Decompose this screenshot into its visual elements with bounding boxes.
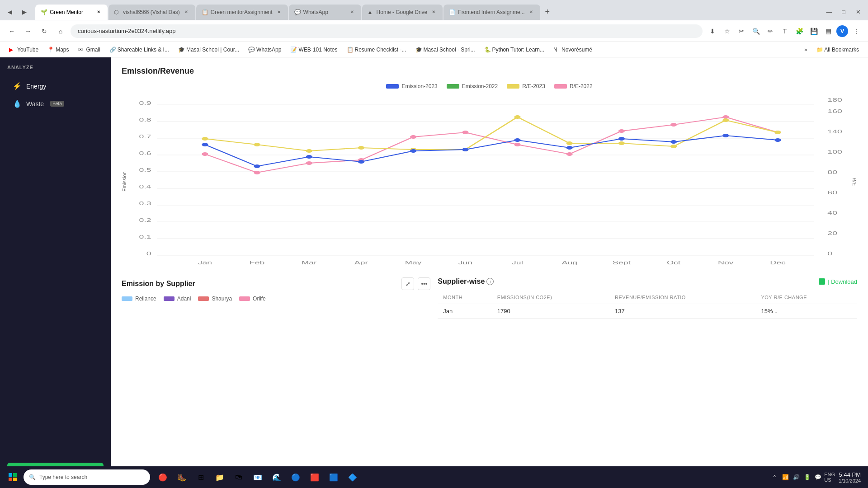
tray-network[interactable]: 📶 <box>781 473 790 482</box>
svg-point-65 <box>202 143 208 146</box>
svg-point-66 <box>254 164 260 168</box>
svg-rect-77 <box>9 473 12 477</box>
sidebar-item-energy[interactable]: ⚡ Energy <box>7 77 104 95</box>
svg-point-41 <box>202 152 208 156</box>
row-change: 15% ↓ <box>755 304 857 319</box>
tab-favicon-5: ▲ <box>368 9 374 15</box>
back-button[interactable]: ← <box>5 25 18 38</box>
bookmark-whatsapp[interactable]: 💬 WhatsApp <box>245 46 285 54</box>
new-tab-button[interactable]: + <box>541 6 554 19</box>
svg-point-63 <box>722 118 729 122</box>
tab-green-assignment[interactable]: 📋 Green mentorAssignment ✕ <box>196 5 288 20</box>
tab-close-2[interactable]: ✕ <box>183 9 190 16</box>
svg-text:60: 60 <box>827 190 837 195</box>
svg-text:May: May <box>405 260 422 265</box>
bookmark-all[interactable]: 📁 All Bookmarks <box>813 46 863 54</box>
clock-time: 5:44 PM <box>839 471 861 478</box>
extensions-icon[interactable]: 🧩 <box>793 25 806 38</box>
taskbar-app-search[interactable]: 🔴 <box>154 468 172 486</box>
bookmark-star-icon[interactable]: ☆ <box>721 25 733 38</box>
home-button[interactable]: ⌂ <box>54 25 67 38</box>
maximize-btn[interactable]: □ <box>837 6 850 19</box>
download-button[interactable]: | Download <box>819 278 857 285</box>
taskbar-app-files[interactable]: 📁 <box>211 468 229 486</box>
tab-close-4[interactable]: ✕ <box>349 9 356 16</box>
tab-whatsapp[interactable]: 💬 WhatsApp ✕ <box>289 5 361 20</box>
taskbar-app-teams[interactable]: 🟦 <box>325 468 343 486</box>
bookmark-resume-checklist[interactable]: 📋 Resume Checklist -... <box>343 46 410 54</box>
taskbar-app-task[interactable]: ⊞ <box>192 468 210 486</box>
tray-volume[interactable]: 🔊 <box>792 473 801 482</box>
legend-emission2022: Emission-2022 <box>447 83 498 89</box>
tab-close-1[interactable]: ✕ <box>95 9 102 16</box>
forward-button[interactable]: → <box>22 25 34 38</box>
legend-re2023: R/E-2023 <box>507 83 545 89</box>
svg-point-69 <box>410 149 416 153</box>
tab-green-mentor[interactable]: 🌱 Green Mentor ✕ <box>35 5 108 20</box>
tray-chevron[interactable]: ^ <box>770 473 779 482</box>
tab-favicon-2: ⬡ <box>114 9 120 15</box>
tray-battery[interactable]: 🔋 <box>802 473 811 482</box>
tab-label-6: Frontend Intern Assignme... <box>458 9 524 15</box>
svg-point-60 <box>566 141 573 145</box>
profile-button[interactable]: V <box>836 25 848 37</box>
taskbar-app-ms[interactable]: 🟥 <box>306 468 324 486</box>
bookmark-maps[interactable]: 📍 Maps <box>44 46 72 54</box>
bookmarks-more-button[interactable]: » <box>801 46 811 54</box>
text-icon[interactable]: T <box>778 25 791 38</box>
taskbar-app-store[interactable]: 🛍 <box>230 468 248 486</box>
bookmark-masai-spri[interactable]: 🎓 Masai School - Spri... <box>412 46 479 54</box>
taskbar: 🔍 Type here to search 🔴 🥾 ⊞ 📁 🛍 📧 🌊 🔵 🟥 … <box>0 466 868 488</box>
masai2-favicon: 🎓 <box>415 47 422 53</box>
tab-label-2: vishal6566 (Vishal Das) <box>123 9 180 15</box>
svg-text:0.5: 0.5 <box>139 167 151 173</box>
menu-icon[interactable]: ⋮ <box>850 25 863 38</box>
sidebar-item-waste[interactable]: 💧 Waste Beta <box>7 95 104 113</box>
tab-close-3[interactable]: ✕ <box>275 9 283 16</box>
lens-icon[interactable]: 🔍 <box>750 25 762 38</box>
emission-supplier-title: Emission by Supplier <box>122 280 195 288</box>
svg-text:140: 140 <box>827 129 842 134</box>
taskbar-app-edge[interactable]: 🌊 <box>268 468 286 486</box>
tab-close-6[interactable]: ✕ <box>528 9 535 16</box>
legend-re2022: R/E-2022 <box>554 83 593 89</box>
legend-label-emission2023: Emission-2023 <box>401 83 437 89</box>
start-button[interactable] <box>4 468 22 486</box>
row-emissions: 1790 <box>492 304 609 319</box>
taskbar-app-chrome[interactable]: 🔵 <box>287 468 305 486</box>
sidebar-toggle-icon[interactable]: ▤ <box>822 25 835 38</box>
address-bar[interactable] <box>71 24 703 38</box>
tab-frontend[interactable]: 📄 Frontend Intern Assignme... ✕ <box>443 5 540 20</box>
shaurya-color <box>198 296 209 301</box>
highlight-icon[interactable]: ✏ <box>764 25 777 38</box>
screenshot-icon[interactable]: ✂ <box>735 25 748 38</box>
close-btn[interactable]: ✕ <box>852 6 864 19</box>
bookmark-resume-label: Resume Checklist -... <box>355 47 406 53</box>
taskbar-app-boots[interactable]: 🥾 <box>173 468 191 486</box>
bookmark-gmail[interactable]: ✉ Gmail <box>75 46 104 54</box>
reload-button[interactable]: ↻ <box>38 25 51 38</box>
table-row: Jan 1790 137 15% ↓ <box>438 304 857 319</box>
tab-vishal[interactable]: ⬡ vishal6566 (Vishal Das) ✕ <box>108 5 195 20</box>
bookmark-web101-label: WEB-101 Notes <box>298 47 337 53</box>
info-icon[interactable]: i <box>486 278 494 285</box>
chart-svg: 0 0.1 0.2 0.3 0.4 0.5 0.6 0.7 0.8 0.9 <box>129 95 850 267</box>
minimize-btn[interactable]: — <box>823 6 835 19</box>
tab-google-drive[interactable]: ▲ Home - Google Drive ✕ <box>362 5 443 20</box>
bookmark-masai[interactable]: 🎓 Masai School | Cour... <box>175 46 243 54</box>
more-options-button[interactable]: ••• <box>418 277 430 290</box>
taskbar-search[interactable]: 🔍 Type here to search <box>24 469 150 485</box>
bookmark-python[interactable]: 🐍 Python Tutor: Learn... <box>481 46 548 54</box>
bookmark-novo[interactable]: N Novorésumé <box>550 46 596 54</box>
save-page-icon[interactable]: 💾 <box>807 25 820 38</box>
tab-close-5[interactable]: ✕ <box>430 9 437 16</box>
bookmark-shareable[interactable]: 🔗 Shareable Links & I... <box>106 46 173 54</box>
svg-point-45 <box>410 135 416 139</box>
expand-chart-button[interactable]: ⤢ <box>401 277 414 290</box>
bookmark-youtube[interactable]: ▶ YouTube <box>5 46 42 54</box>
taskbar-app-mail[interactable]: 📧 <box>249 468 267 486</box>
download-icon[interactable]: ⬇ <box>706 25 719 38</box>
tray-notification[interactable]: 💬 <box>813 473 822 482</box>
bookmark-web101[interactable]: 📝 WEB-101 Notes <box>287 46 341 54</box>
taskbar-app-zoom[interactable]: 🔷 <box>344 468 362 486</box>
